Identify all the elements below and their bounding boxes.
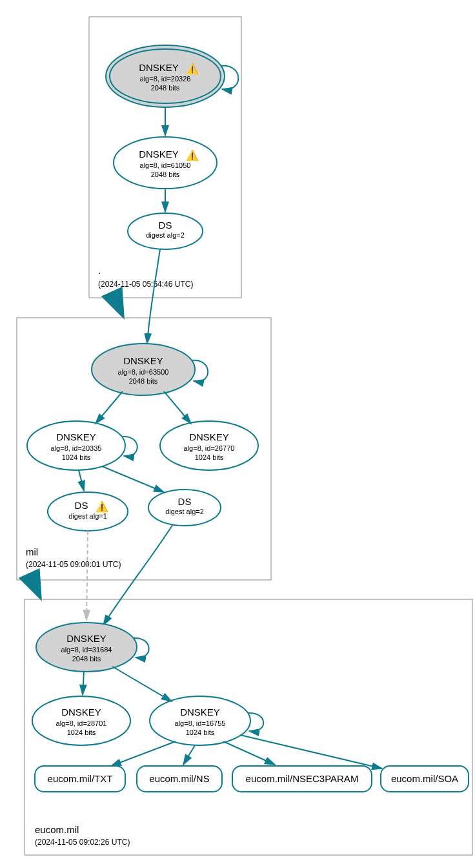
edge [164,391,191,424]
eucom-zsk1-line2: 1024 bits [67,728,96,736]
mil-ksk-title: DNSKEY [123,355,163,366]
node-mil-zsk1[interactable]: DNSKEY alg=8, id=20335 1024 bits [27,421,125,470]
root-ds-line1: digest alg=2 [146,231,185,239]
node-mil-ksk[interactable]: DNSKEY alg=8, id=63500 2048 bits [92,344,195,395]
rr-nsec3-label: eucom.mil/NSEC3PARAM [246,773,359,784]
mil-ds2-title: DS [178,496,192,507]
mil-zsk1-line1: alg=8, id=20335 [51,444,102,452]
node-eucom-ksk[interactable]: DNSKEY alg=8, id=31684 2048 bits [36,623,137,672]
svg-text:DNSKEY: DNSKEY [139,62,179,73]
zone-mil: mil (2024-11-05 09:00:01 UTC) DNSKEY alg… [17,249,271,580]
zone-root-label: . [98,265,101,276]
root-ksk-line1: alg=8, id=20326 [140,75,191,83]
node-mil-ds1[interactable]: DS ⚠️ digest alg=1 [48,492,128,531]
edge [223,741,275,765]
rr-txt-label: eucom.mil/TXT [48,773,113,784]
edge [183,745,195,765]
eucom-ksk-line1: alg=8, id=31684 [61,646,112,654]
node-rr-txt[interactable]: eucom.mil/TXT [35,766,125,792]
zone-eucom: eucom.mil (2024-11-05 09:02:26 UTC) DNSK… [25,524,472,855]
node-rr-nsec3[interactable]: eucom.mil/NSEC3PARAM [232,766,372,792]
mil-zsk2-line2: 1024 bits [195,453,224,461]
node-eucom-zsk1[interactable]: DNSKEY alg=8, id=28701 1024 bits [32,696,130,745]
edge-dashed [86,531,88,620]
node-root-ksk[interactable]: DNSKEY ⚠️ alg=8, id=20326 2048 bits [106,45,225,107]
eucom-zsk1-line1: alg=8, id=28701 [56,719,107,727]
eucom-zsk2-line2: 1024 bits [186,728,215,736]
rr-ns-label: eucom.mil/NS [149,773,209,784]
zone-eucom-label: eucom.mil [35,824,79,835]
warning-icon: ⚠️ [186,149,199,161]
node-rr-ns[interactable]: eucom.mil/NS [137,766,222,792]
edge [96,391,123,424]
node-root-zsk[interactable]: DNSKEY ⚠️ alg=8, id=61050 2048 bits [114,137,217,189]
root-ds-title: DS [159,220,172,231]
edge-zone-delegation [32,580,39,594]
eucom-zsk2-line1: alg=8, id=16755 [175,719,226,727]
edge [83,672,84,695]
zone-mil-timestamp: (2024-11-05 09:00:01 UTC) [26,560,121,569]
edge [79,470,84,491]
edge [147,249,160,344]
mil-ds1-title: DS [75,500,88,511]
mil-zsk1-line2: 1024 bits [62,453,91,461]
edge [240,735,382,769]
eucom-ksk-title: DNSKEY [66,633,106,644]
warning-icon: ⚠️ [186,63,199,75]
mil-ds1-line1: digest alg=1 [68,512,107,520]
edge [103,524,173,625]
edge-zone-delegation [115,298,121,313]
root-zsk-title: DNSKEY [139,149,179,160]
node-rr-soa[interactable]: eucom.mil/SOA [381,766,469,792]
zone-mil-label: mil [26,546,38,557]
eucom-ksk-line2: 2048 bits [72,655,101,663]
node-mil-zsk2[interactable]: DNSKEY alg=8, id=26770 1024 bits [160,421,258,470]
svg-point-11 [48,492,128,531]
edge [111,741,176,766]
mil-zsk2-title: DNSKEY [189,431,229,442]
eucom-zsk2-title: DNSKEY [180,707,220,718]
warning-icon: ⚠️ [96,501,108,513]
node-eucom-zsk2[interactable]: DNSKEY alg=8, id=16755 1024 bits [150,696,250,745]
root-ksk-title: DNSKEY [139,62,179,73]
node-mil-ds2[interactable]: DS digest alg=2 [148,490,221,526]
mil-ksk-line1: alg=8, id=63500 [118,368,169,376]
mil-zsk2-line1: alg=8, id=26770 [184,444,235,452]
edge [102,466,164,492]
root-zsk-line1: alg=8, id=61050 [140,161,191,169]
svg-text:DNSKEY: DNSKEY [139,149,179,160]
mil-ksk-line2: 2048 bits [129,377,158,385]
mil-ds2-line1: digest alg=2 [165,508,204,515]
zone-root-timestamp: (2024-11-05 05:54:46 UTC) [98,280,193,289]
svg-text:DS: DS [75,500,88,511]
mil-zsk1-title: DNSKEY [56,431,96,442]
rr-soa-label: eucom.mil/SOA [391,773,458,784]
zone-eucom-timestamp: (2024-11-05 09:02:26 UTC) [35,838,130,847]
root-ksk-line2: 2048 bits [151,84,180,92]
node-root-ds[interactable]: DS digest alg=2 [128,213,203,249]
zone-root: . (2024-11-05 05:54:46 UTC) DNSKEY ⚠️ al… [89,17,241,298]
edge [112,666,172,701]
root-zsk-line2: 2048 bits [151,170,180,178]
eucom-zsk1-title: DNSKEY [61,707,101,718]
